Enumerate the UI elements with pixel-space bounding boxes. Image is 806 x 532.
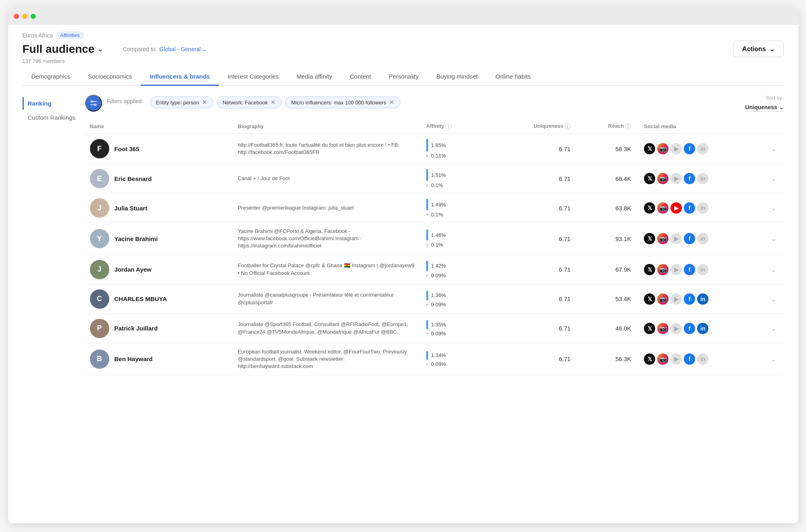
social-facebook-icon[interactable]: f (684, 293, 695, 305)
avatar: P (90, 319, 109, 338)
social-instagram-icon[interactable]: 📷 (657, 233, 669, 244)
social-x-icon[interactable]: 𝕏 (644, 323, 655, 334)
person-cell: P Patrick Juillard (90, 319, 228, 338)
filter-tag-entity-type[interactable]: Entity type: person✕ (150, 96, 214, 108)
actions-button[interactable]: Actions ⌄ (733, 41, 784, 57)
affinity-bar-low (426, 184, 428, 187)
affinity-bar-low (426, 332, 428, 335)
person-cell: J Jordan Ayew (90, 260, 228, 279)
social-facebook-icon[interactable]: f (684, 173, 695, 184)
tab-influencers[interactable]: Influencers & brands (141, 68, 219, 86)
info-icon-uniqueness[interactable]: i (564, 123, 571, 129)
reach-cell: 68.4K (579, 164, 639, 193)
table-row: J Jordan Ayew Footballer for Crystal Pal… (85, 255, 784, 284)
social-instagram-icon[interactable]: 📷 (657, 264, 669, 275)
social-x-icon[interactable]: 𝕏 (644, 233, 655, 244)
tab-personality[interactable]: Personality (380, 68, 427, 86)
sort-row: Sort by: Uniqueness ⌄ (745, 95, 783, 112)
social-x-icon[interactable]: 𝕏 (644, 353, 655, 365)
expand-button[interactable]: ⌄ (768, 204, 779, 212)
social-youtube-inactive-icon: ▶ (671, 323, 682, 334)
tab-buying-mindset[interactable]: Buying mindset (427, 68, 487, 86)
expand-button[interactable]: ⌄ (768, 266, 779, 274)
social-instagram-icon[interactable]: 📷 (657, 323, 669, 334)
table-row: B Ben Hayward European football journali… (85, 343, 784, 375)
social-media-cell: 𝕏📷▶fin (644, 173, 758, 184)
social-linkedin-inactive-icon: in (697, 353, 708, 365)
filter-tag-network[interactable]: Network: Facebook✕ (217, 96, 282, 108)
tab-online-habits[interactable]: Online habits (487, 68, 540, 86)
social-linkedin-inactive-icon: in (697, 264, 708, 275)
uniqueness-cell: 6.71 (496, 223, 579, 255)
compared-to-chevron-icon: ⌄ (202, 46, 207, 52)
social-x-icon[interactable]: 𝕏 (644, 173, 655, 184)
biography-cell: Footballer for Crystal Palace @cpfc & Gh… (233, 255, 421, 284)
person-name: Ben Hayward (115, 355, 153, 362)
tab-media-affinity[interactable]: Media affinity (287, 68, 341, 86)
tab-interest-categories[interactable]: Interest Categories (219, 68, 288, 86)
sidebar-item-custom-rankings[interactable]: Custom Rankings (23, 111, 79, 124)
social-linkedin-icon[interactable]: in (697, 293, 708, 305)
social-x-icon[interactable]: 𝕏 (644, 264, 655, 275)
affinity-bar-low (426, 303, 428, 305)
filter-remove-icon[interactable]: ✕ (271, 99, 276, 106)
social-media-cell: 𝕏📷▶fin (644, 233, 758, 244)
expand-button[interactable]: ⌄ (768, 145, 779, 153)
social-x-icon[interactable]: 𝕏 (644, 293, 655, 305)
table-wrap: NameBiographyAffinityiUniquenessiReachiS… (85, 119, 784, 375)
social-instagram-icon[interactable]: 📷 (657, 143, 669, 154)
filter-tag-micro-influencers[interactable]: Micro influencers: max 100 000 followers… (285, 96, 400, 108)
social-linkedin-icon[interactable]: in (697, 323, 708, 334)
expand-button[interactable]: ⌄ (768, 355, 779, 363)
tab-content[interactable]: Content (341, 68, 380, 86)
maximize-button[interactable] (31, 14, 36, 19)
social-facebook-icon[interactable]: f (684, 264, 695, 275)
social-facebook-icon[interactable]: f (684, 202, 695, 214)
affinity-value-high: 1.65% (431, 142, 446, 148)
filter-remove-icon[interactable]: ✕ (202, 99, 207, 106)
table-row: Y Yacine Brahimi Yacine Brahimi @FCPorto… (85, 223, 784, 255)
social-facebook-icon[interactable]: f (684, 143, 695, 154)
social-instagram-icon[interactable]: 📷 (657, 173, 669, 184)
breadcrumb: Euros Africa Affinities (23, 31, 784, 39)
social-instagram-icon[interactable]: 📷 (657, 353, 669, 365)
expand-button[interactable]: ⌄ (768, 235, 779, 243)
info-icon-affinity[interactable]: i (446, 123, 452, 129)
compared-to-value[interactable]: Global - General ⌄ (159, 46, 207, 52)
social-facebook-icon[interactable]: f (684, 323, 695, 334)
minimize-button[interactable] (22, 14, 27, 19)
tab-socioeconomics[interactable]: Socioeconomics (79, 68, 141, 86)
social-x-icon[interactable]: 𝕏 (644, 202, 655, 214)
person-cell: E Eric Besnard (90, 169, 228, 188)
info-icon-reach[interactable]: i (625, 123, 631, 129)
affinity-bar-high (426, 139, 428, 152)
avatar: J (90, 260, 109, 279)
social-instagram-icon[interactable]: 📷 (657, 202, 669, 214)
sidebar-item-ranking[interactable]: Ranking (23, 97, 79, 110)
social-youtube-icon[interactable]: ▶ (671, 202, 682, 214)
expand-button[interactable]: ⌄ (768, 175, 779, 183)
filter-icon-button[interactable] (85, 95, 102, 112)
filter-remove-icon[interactable]: ✕ (389, 99, 394, 106)
page-title-row: Full audience ⌄ Compared to: Global - Ge… (23, 41, 784, 57)
influencers-table: NameBiographyAffinityiUniquenessiReachiS… (85, 119, 784, 375)
reach-cell: 56.3K (579, 343, 639, 375)
audience-chevron-icon[interactable]: ⌄ (97, 45, 103, 54)
close-button[interactable] (14, 14, 19, 19)
social-youtube-inactive-icon: ▶ (671, 143, 682, 154)
social-facebook-icon[interactable]: f (684, 233, 695, 244)
biography-cell: Yacine Brahimi @FCPorto & Algeria. Faceb… (233, 223, 421, 255)
social-facebook-icon[interactable]: f (684, 353, 695, 365)
person-cell: B Ben Hayward (90, 349, 228, 369)
tab-demographics[interactable]: Demographics (23, 68, 79, 86)
expand-button[interactable]: ⌄ (768, 324, 779, 332)
social-instagram-icon[interactable]: 📷 (657, 293, 669, 305)
audience-label: Full audience (23, 43, 95, 56)
uniqueness-cell: 6.71 (496, 255, 579, 284)
social-x-icon[interactable]: 𝕏 (644, 143, 655, 154)
uniqueness-cell: 6.71 (496, 343, 579, 375)
expand-button[interactable]: ⌄ (768, 295, 779, 303)
avatar: C (90, 289, 109, 309)
sort-select[interactable]: Uniqueness ⌄ (745, 104, 783, 112)
page-title[interactable]: Full audience ⌄ (23, 43, 104, 56)
